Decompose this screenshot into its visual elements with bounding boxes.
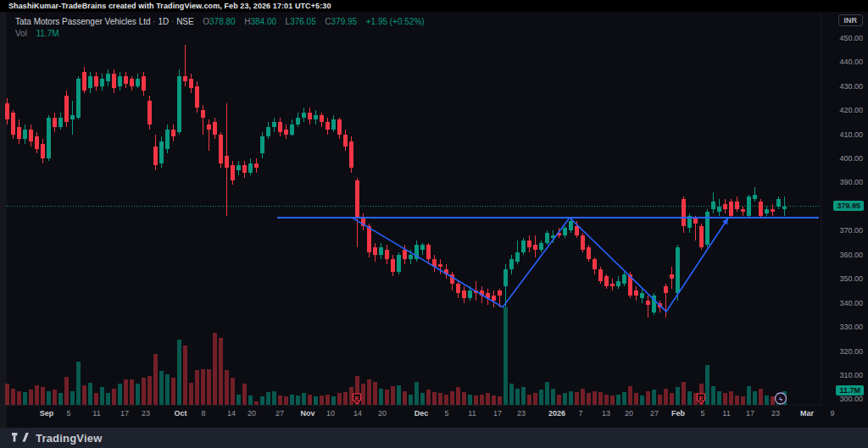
candle[interactable] bbox=[610, 284, 615, 286]
volume-bar[interactable] bbox=[533, 393, 537, 405]
candle[interactable] bbox=[509, 259, 514, 268]
last-price-badge[interactable]: 379.95 bbox=[833, 201, 864, 211]
time-scale[interactable]: Sep5111723Oct8142027Nov101420Dec51117232… bbox=[0, 407, 821, 421]
candle[interactable] bbox=[533, 245, 537, 250]
volume-bar[interactable] bbox=[741, 396, 745, 405]
volume-bar[interactable] bbox=[183, 346, 187, 405]
candle[interactable] bbox=[142, 76, 146, 91]
volume-bar[interactable] bbox=[326, 395, 330, 405]
candle[interactable] bbox=[367, 226, 371, 252]
candle[interactable] bbox=[343, 135, 348, 147]
volume-bar[interactable] bbox=[581, 389, 585, 405]
volume-bar[interactable] bbox=[444, 395, 448, 405]
volume-bar[interactable] bbox=[284, 396, 288, 405]
volume-bar[interactable] bbox=[527, 395, 531, 405]
candle[interactable] bbox=[741, 209, 745, 212]
candle[interactable] bbox=[776, 199, 781, 207]
candle[interactable] bbox=[634, 290, 638, 296]
volume-bar[interactable] bbox=[515, 389, 520, 405]
candle[interactable] bbox=[426, 245, 431, 259]
volume-bar[interactable] bbox=[676, 387, 680, 405]
candle[interactable] bbox=[201, 110, 205, 118]
candle[interactable] bbox=[468, 290, 472, 298]
candle[interactable] bbox=[331, 119, 336, 129]
candle[interactable] bbox=[782, 207, 787, 209]
volume-bar[interactable] bbox=[254, 401, 259, 405]
candle[interactable] bbox=[29, 130, 33, 141]
candle[interactable] bbox=[284, 130, 288, 135]
candle[interactable] bbox=[189, 79, 193, 88]
candle[interactable] bbox=[521, 241, 526, 252]
volume-bar[interactable] bbox=[486, 393, 490, 405]
volume-bar[interactable] bbox=[272, 391, 276, 405]
volume-bar[interactable] bbox=[616, 395, 620, 405]
volume-bar[interactable] bbox=[219, 338, 223, 405]
volume-bar[interactable] bbox=[177, 340, 181, 405]
volume-bar[interactable] bbox=[468, 395, 472, 405]
volume-bar[interactable] bbox=[415, 382, 419, 405]
currency-badge[interactable]: INR bbox=[838, 14, 864, 26]
volume-bar[interactable] bbox=[438, 393, 442, 405]
candle[interactable] bbox=[70, 115, 75, 120]
candle[interactable] bbox=[717, 207, 721, 212]
candle[interactable] bbox=[225, 156, 229, 168]
candle[interactable] bbox=[207, 124, 211, 130]
candle[interactable] bbox=[296, 118, 300, 125]
volume-bar[interactable] bbox=[711, 386, 715, 405]
volume-bar[interactable] bbox=[634, 393, 638, 405]
volume-bar[interactable] bbox=[456, 387, 460, 405]
candle[interactable] bbox=[765, 209, 769, 214]
volume-bar[interactable] bbox=[551, 389, 555, 405]
volume-bar[interactable] bbox=[563, 393, 567, 405]
volume-bar[interactable] bbox=[290, 395, 294, 405]
volume-bar[interactable] bbox=[409, 395, 413, 405]
candle[interactable] bbox=[82, 72, 86, 91]
candle[interactable] bbox=[320, 115, 324, 123]
volume-bar[interactable] bbox=[266, 392, 270, 405]
candle[interactable] bbox=[130, 79, 134, 86]
candle[interactable] bbox=[581, 235, 585, 250]
candle[interactable] bbox=[563, 228, 567, 235]
candlestick-chart[interactable]: EEϟ bbox=[0, 0, 868, 448]
volume-bar[interactable] bbox=[343, 392, 348, 405]
volume-bar[interactable] bbox=[640, 395, 644, 405]
volume-bar[interactable] bbox=[195, 370, 199, 405]
volume-bar[interactable] bbox=[509, 384, 514, 405]
volume-bar[interactable] bbox=[171, 378, 175, 405]
volume-bar[interactable] bbox=[587, 393, 591, 405]
candle[interactable] bbox=[349, 141, 353, 168]
volume-bar[interactable] bbox=[539, 390, 543, 405]
volume-bar[interactable] bbox=[337, 393, 342, 405]
candle[interactable] bbox=[397, 255, 401, 272]
volume-bar[interactable] bbox=[687, 391, 692, 405]
candle[interactable] bbox=[729, 202, 733, 216]
candle[interactable] bbox=[171, 130, 175, 137]
volume-bar[interactable] bbox=[29, 390, 33, 405]
candle[interactable] bbox=[771, 209, 775, 212]
volume-bar[interactable] bbox=[367, 379, 371, 405]
candle[interactable] bbox=[5, 103, 9, 120]
volume-bar[interactable] bbox=[308, 395, 312, 405]
candle[interactable] bbox=[420, 245, 425, 250]
volume-bar[interactable] bbox=[646, 391, 650, 405]
volume-bar[interactable] bbox=[100, 387, 104, 405]
double-bottom-drawing[interactable] bbox=[352, 218, 728, 312]
candle[interactable] bbox=[183, 76, 187, 81]
candle[interactable] bbox=[337, 119, 342, 134]
candle[interactable] bbox=[640, 293, 644, 298]
volume-bar[interactable] bbox=[70, 391, 75, 405]
candle[interactable] bbox=[759, 202, 763, 216]
volume-bar[interactable] bbox=[118, 384, 122, 405]
volume-bar[interactable] bbox=[658, 395, 662, 405]
candle[interactable] bbox=[231, 165, 235, 180]
volume-bar[interactable] bbox=[705, 365, 709, 405]
volume-bar[interactable] bbox=[207, 369, 211, 405]
volume-bar[interactable] bbox=[17, 391, 21, 405]
candle[interactable] bbox=[195, 86, 199, 108]
candle[interactable] bbox=[492, 296, 496, 301]
candle[interactable] bbox=[622, 274, 626, 284]
volume-bar[interactable] bbox=[735, 395, 739, 405]
volume-bar[interactable] bbox=[58, 393, 63, 405]
volume-bar[interactable] bbox=[462, 392, 466, 405]
candle[interactable] bbox=[64, 96, 69, 122]
